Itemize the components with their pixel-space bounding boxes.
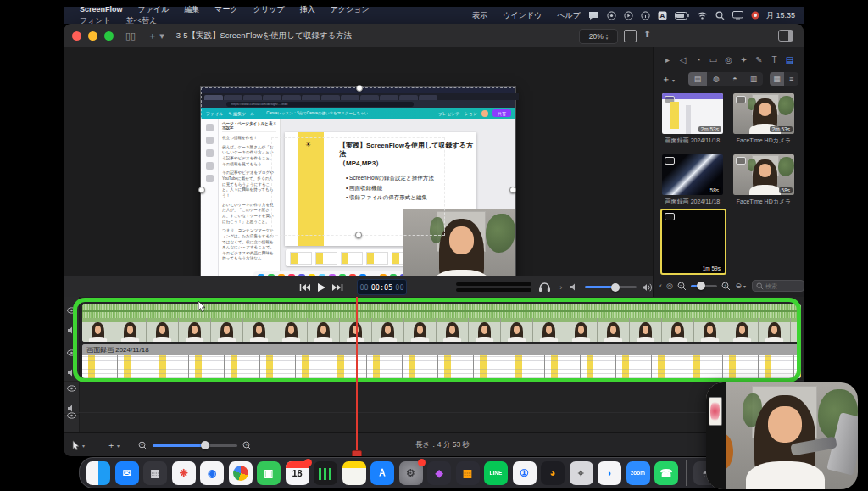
next-marker-button[interactable]	[332, 283, 343, 292]
track-visibility-toggle-icon[interactable]	[67, 380, 76, 395]
playhead[interactable]	[356, 297, 358, 453]
dock-icon-whatsapp[interactable]: ☎	[654, 461, 678, 485]
screen-track-clip[interactable]: 画面録画 2024/11/18	[82, 344, 801, 378]
text-properties-icon[interactable]: T	[769, 53, 780, 66]
dock-icon-stocks[interactable]	[314, 461, 337, 485]
zoom-out-thumbs-icon[interactable]: −	[677, 282, 687, 291]
dock-icon-chrome[interactable]	[229, 461, 253, 485]
sidebar-toggle-icon[interactable]: ▯▯	[125, 31, 136, 42]
media-item[interactable]: 58s画面録画 2024/11/18	[662, 154, 723, 206]
dock-icon-facetime[interactable]: ▣	[257, 461, 281, 485]
dock-icon-calculator[interactable]: ▦	[456, 461, 480, 485]
add-track-button[interactable]: ＋▾	[107, 439, 120, 451]
close-button[interactable]	[72, 31, 81, 41]
dock-icon-zoom[interactable]: zoom	[626, 461, 650, 485]
canvas-zoom-stepper[interactable]: 20% ▴▾	[579, 29, 618, 44]
audio-properties-icon[interactable]: ◁	[677, 53, 688, 66]
media-item[interactable]: 1m 59s画面録画 2024/11/18	[660, 209, 721, 276]
menu-item-ヘルプ[interactable]: ヘルプ	[549, 10, 588, 21]
thumb-size-slider[interactable]	[691, 285, 718, 287]
dock-icon-finder[interactable]	[86, 461, 110, 485]
playhead-handle[interactable]	[352, 450, 362, 456]
timeline-zoom-in-icon[interactable]: ＋	[242, 441, 252, 450]
search-input[interactable]	[764, 282, 804, 290]
track-visibility-toggle-icon[interactable]	[67, 407, 76, 422]
track-audio-toggle-icon[interactable]	[68, 322, 75, 338]
share-icon[interactable]: ⬆	[643, 29, 651, 40]
selection-handle-left[interactable]	[198, 187, 205, 193]
touch-callout-icon[interactable]: ✦	[738, 53, 749, 66]
dock-icon-safari[interactable]: ◉	[200, 461, 224, 485]
list-view-icon[interactable]: ≡	[784, 72, 798, 86]
track-visibility-toggle-icon[interactable]	[67, 344, 76, 360]
source-media-icon[interactable]: ▤	[688, 72, 707, 86]
right-panel-toggle-icon[interactable]	[778, 30, 793, 42]
annotations-icon[interactable]: ✎	[754, 53, 765, 66]
expand-audio-icon[interactable]: ›	[559, 283, 562, 292]
display-icon[interactable]	[732, 11, 743, 20]
dock-icon-app-store[interactable]: Ａ	[370, 461, 394, 485]
selection-handle-bottom[interactable]	[355, 232, 362, 238]
track-visibility-toggle-icon[interactable]	[67, 302, 76, 317]
chat-icon[interactable]	[588, 11, 599, 20]
camera-track-clip[interactable]	[82, 304, 801, 342]
target-icon[interactable]: ◎	[666, 282, 673, 290]
screen-recording-icon[interactable]: ▭	[708, 53, 719, 66]
grid-view-icon[interactable]: ▦	[770, 72, 784, 86]
add-clip-button[interactable]: ＋ ▾	[147, 30, 164, 42]
video-motion-icon[interactable]: ◔	[693, 53, 704, 66]
media-library-icon[interactable]: ▤	[784, 53, 795, 66]
play-button[interactable]	[316, 282, 326, 293]
timeline-zoom-slider[interactable]	[153, 444, 237, 447]
media-item[interactable]: 58sFaceTime HDカメラ	[733, 154, 794, 206]
zoom-window-button[interactable]	[104, 31, 114, 41]
previous-marker-button[interactable]	[299, 283, 310, 292]
video-properties-icon[interactable]: ▸	[662, 53, 673, 66]
timeline-zoom-out-icon[interactable]: −	[138, 441, 147, 450]
menu-item-挿入[interactable]: 挿入	[292, 5, 323, 14]
media-item[interactable]: 2m 53sFaceTime HDカメラ	[733, 93, 794, 145]
back-icon[interactable]: ‹	[659, 282, 662, 290]
menu-item-アクション[interactable]: アクション	[323, 5, 377, 14]
lang-icon[interactable]	[751, 11, 760, 20]
source-computer-icon[interactable]: ▥	[744, 72, 763, 86]
menu-item-編集[interactable]: 編集	[176, 5, 207, 14]
pointer-tool-button[interactable]: ▾	[72, 440, 85, 451]
media-search-field[interactable]	[752, 280, 804, 292]
dock-icon-calendar[interactable]: 18	[286, 461, 309, 485]
dock-icon-launchpad[interactable]: ▦	[143, 461, 167, 485]
headphones-icon[interactable]	[538, 282, 551, 293]
dock-icon-messenger[interactable]: ◗	[598, 461, 621, 485]
dock-icon-line[interactable]: LINE	[484, 461, 508, 485]
screen-recording-clip[interactable]: https://www.canva.com/design/…/edit ファイル…	[201, 87, 515, 291]
media-item[interactable]: 2m 53s画面録画 2024/11/18	[662, 93, 723, 145]
menu-item-ファイル[interactable]: ファイル	[131, 5, 177, 14]
source-stock-icon[interactable]: ◍	[707, 72, 726, 86]
search-icon[interactable]	[715, 11, 725, 20]
callout-icon[interactable]: ◎	[723, 53, 734, 66]
battery-icon[interactable]	[675, 12, 689, 20]
dock-icon-davinci-resolve[interactable]: ◕	[541, 461, 565, 485]
actions-menu-icon[interactable]: ⊖▾	[735, 282, 746, 290]
menu-item-表示[interactable]: 表示	[465, 10, 495, 21]
dock-icon-photos[interactable]: ❋	[172, 461, 196, 485]
dock-icon-paint-app[interactable]: ◆	[427, 461, 451, 485]
info-circle-icon[interactable]	[641, 11, 650, 20]
add-media-button[interactable]: ＋▾	[661, 73, 675, 86]
play-circle-icon[interactable]	[624, 11, 633, 20]
crop-icon[interactable]	[624, 30, 637, 42]
ime-a-icon[interactable]: A	[658, 11, 667, 20]
selection-handle-top[interactable]	[356, 85, 363, 92]
menu-item-ScreenFlow[interactable]: ScreenFlow	[72, 5, 131, 14]
dock-icon-system-settings[interactable]: ⚙	[399, 461, 423, 485]
track-audio-toggle-icon[interactable]	[68, 365, 75, 380]
dock-icon-mail[interactable]: ✉	[115, 461, 139, 485]
menu-item-マーク[interactable]: マーク	[207, 5, 245, 14]
dock-icon-notes[interactable]	[342, 461, 366, 485]
record-circle-icon[interactable]	[607, 11, 616, 20]
selection-handle-right[interactable]	[509, 187, 516, 193]
menu-item-ウインドウ[interactable]: ウインドウ	[495, 10, 549, 21]
source-people-icon[interactable]: ◓	[726, 72, 744, 86]
volume-slider[interactable]	[585, 286, 637, 288]
dock-icon-one-password[interactable]: ①	[513, 461, 537, 485]
